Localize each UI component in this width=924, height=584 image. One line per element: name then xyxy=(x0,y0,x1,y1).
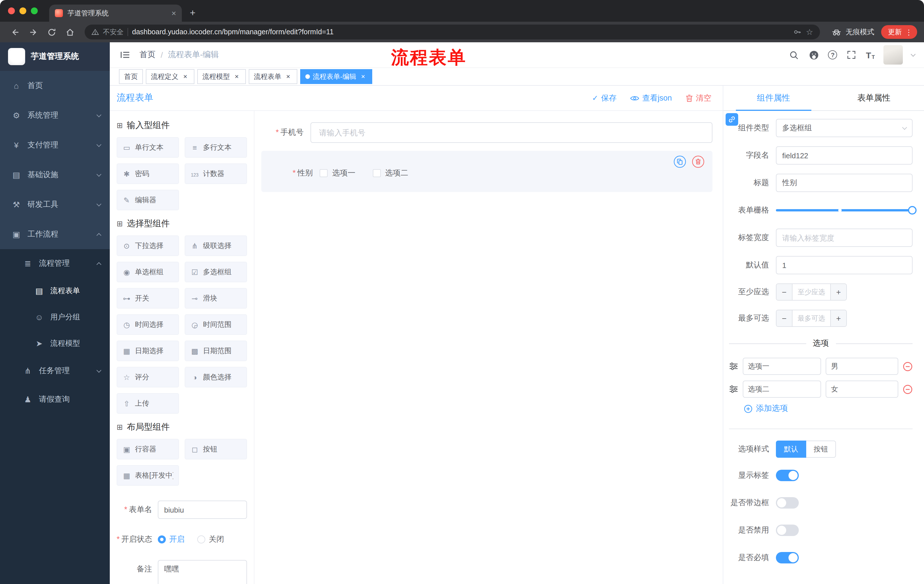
sidebar-item-system[interactable]: 系统管理 xyxy=(0,100,110,130)
palette-item-slider[interactable]: 滑块 xyxy=(185,288,247,309)
tag-process-form-edit[interactable]: 流程表单-编辑 xyxy=(300,69,372,84)
zoom-window-button[interactable] xyxy=(31,7,38,14)
drag-handle-icon[interactable] xyxy=(729,362,738,371)
status-radio-on[interactable]: 开启 xyxy=(158,534,185,545)
clear-button[interactable]: 清空 xyxy=(686,93,711,103)
palette-item-color-picker[interactable]: 颜色选择 xyxy=(185,367,247,387)
delete-component-button[interactable] xyxy=(692,155,705,168)
option-value-input[interactable] xyxy=(826,380,898,398)
sidebar-item-infrastructure[interactable]: 基础设施 xyxy=(0,160,110,190)
sidebar-item-devtools[interactable]: 研发工具 xyxy=(0,190,110,219)
github-icon[interactable] xyxy=(808,49,820,61)
default-value-input[interactable] xyxy=(776,256,912,274)
add-option-button[interactable]: 添加选项 xyxy=(744,403,912,414)
browser-update-menu-button[interactable]: 更新 xyxy=(881,25,917,39)
minus-button[interactable]: − xyxy=(777,284,792,300)
palette-item-switch[interactable]: 开关 xyxy=(117,288,179,309)
plus-button[interactable]: + xyxy=(830,310,846,326)
palette-item-time-range[interactable]: 时间范围 xyxy=(185,314,247,335)
tag-close-icon[interactable] xyxy=(233,72,241,81)
sidebar-item-leave-query[interactable]: 请假查询 xyxy=(0,385,110,414)
gender-option-1-checkbox[interactable]: 选项一 xyxy=(320,168,355,178)
grid-slider[interactable] xyxy=(776,201,912,219)
address-bar[interactable]: 不安全 dashboard.yudao.iocoder.cn/bpm/manag… xyxy=(85,25,820,39)
collapse-sidebar-button[interactable] xyxy=(119,49,132,61)
palette-item-time-picker[interactable]: 时间选择 xyxy=(117,314,179,335)
palette-item-rate[interactable]: 评分 xyxy=(117,367,179,387)
palette-item-table[interactable]: 表格[开发中] xyxy=(117,465,179,486)
slider-handle[interactable] xyxy=(908,206,917,215)
palette-item-cascader[interactable]: 级联选择 xyxy=(185,235,247,256)
forward-button[interactable] xyxy=(25,25,41,39)
option-value-input[interactable] xyxy=(826,358,898,375)
remove-option-button[interactable] xyxy=(903,384,912,394)
drag-handle-icon[interactable] xyxy=(729,385,738,394)
show-label-toggle[interactable] xyxy=(776,470,799,481)
palette-item-button[interactable]: 按钮 xyxy=(185,439,247,459)
minus-button[interactable]: − xyxy=(777,310,792,326)
sidebar-item-task-management[interactable]: 任务管理 xyxy=(0,357,110,385)
breadcrumb-root[interactable]: 首页 xyxy=(140,50,155,60)
tag-process-form[interactable]: 流程表单 xyxy=(249,69,297,84)
copy-component-button[interactable] xyxy=(673,155,686,168)
tab-component-props[interactable]: 组件属性 xyxy=(723,86,823,110)
component-type-value[interactable] xyxy=(776,119,912,137)
form-name-input[interactable] xyxy=(158,500,247,519)
sidebar-item-home[interactable]: 首页 xyxy=(0,71,110,100)
status-radio-off[interactable]: 关闭 xyxy=(197,534,224,545)
label-width-input[interactable] xyxy=(776,229,912,247)
sidebar-item-payment[interactable]: 支付管理 xyxy=(0,130,110,160)
sidebar-item-workflow[interactable]: 工作流程 xyxy=(0,219,110,249)
new-tab-button[interactable] xyxy=(190,8,196,18)
border-toggle[interactable] xyxy=(776,497,799,508)
palette-item-radio-group[interactable]: 单选框组 xyxy=(117,262,179,282)
tag-home[interactable]: 首页 xyxy=(119,69,143,84)
font-size-icon[interactable] xyxy=(866,50,875,60)
tag-process-model[interactable]: 流程模型 xyxy=(197,69,246,84)
style-button-button[interactable]: 按钮 xyxy=(806,441,836,458)
gender-option-2-checkbox[interactable]: 选项二 xyxy=(373,168,408,178)
style-default-button[interactable]: 默认 xyxy=(776,441,806,458)
component-type-select[interactable] xyxy=(776,119,912,137)
sidebar-item-process-model[interactable]: 流程模型 xyxy=(0,330,110,357)
disabled-toggle[interactable] xyxy=(776,525,799,536)
sidebar-item-process-form[interactable]: 流程表单 xyxy=(0,278,110,304)
sidebar-item-user-groups[interactable]: 用户分组 xyxy=(0,304,110,330)
fullscreen-icon[interactable] xyxy=(846,49,857,61)
browser-tab[interactable]: 芋道管理系统 xyxy=(49,5,182,22)
palette-item-date-range[interactable]: 日期范围 xyxy=(185,341,247,361)
save-button[interactable]: 保存 xyxy=(592,93,617,103)
bookmark-star-icon[interactable] xyxy=(806,28,813,36)
palette-item-password[interactable]: 密码 xyxy=(117,163,179,184)
minimize-window-button[interactable] xyxy=(20,7,26,14)
tag-process-definition[interactable]: 流程定义 xyxy=(146,69,195,84)
tag-close-icon[interactable] xyxy=(359,72,367,81)
sidebar-item-process-management[interactable]: 流程管理 xyxy=(0,249,110,278)
form-remark-textarea[interactable]: 嘿嘿 xyxy=(158,560,247,584)
avatar-dropdown-caret-icon[interactable] xyxy=(911,52,916,57)
reload-button[interactable] xyxy=(43,25,59,39)
option-name-input[interactable] xyxy=(743,380,822,398)
option-name-input[interactable] xyxy=(743,358,822,375)
phone-input[interactable] xyxy=(310,122,713,143)
password-key-icon[interactable] xyxy=(794,28,802,36)
back-button[interactable] xyxy=(7,25,23,39)
tab-close-icon[interactable] xyxy=(172,9,176,17)
close-window-button[interactable] xyxy=(8,7,15,14)
required-toggle[interactable] xyxy=(776,552,799,563)
palette-item-upload[interactable]: 上传 xyxy=(117,393,179,414)
link-badge-button[interactable] xyxy=(726,113,738,126)
tag-close-icon[interactable] xyxy=(284,72,292,81)
palette-item-counter[interactable]: 计数器 xyxy=(185,163,247,184)
palette-item-checkbox-group[interactable]: 多选框组 xyxy=(185,262,247,282)
plus-button[interactable]: + xyxy=(830,284,846,300)
search-icon[interactable] xyxy=(788,49,800,61)
home-button[interactable] xyxy=(62,25,78,39)
selected-component-gender[interactable]: 性别 选项一 选项二 xyxy=(261,151,713,192)
sidebar-logo-row[interactable]: 芋道管理系统 xyxy=(0,42,110,71)
palette-item-single-line-text[interactable]: 单行文本 xyxy=(117,137,179,158)
palette-item-row-container[interactable]: 行容器 xyxy=(117,439,179,459)
help-icon[interactable] xyxy=(828,50,837,59)
palette-item-textarea[interactable]: 多行文本 xyxy=(185,137,247,158)
tab-form-props[interactable]: 表单属性 xyxy=(823,86,924,110)
